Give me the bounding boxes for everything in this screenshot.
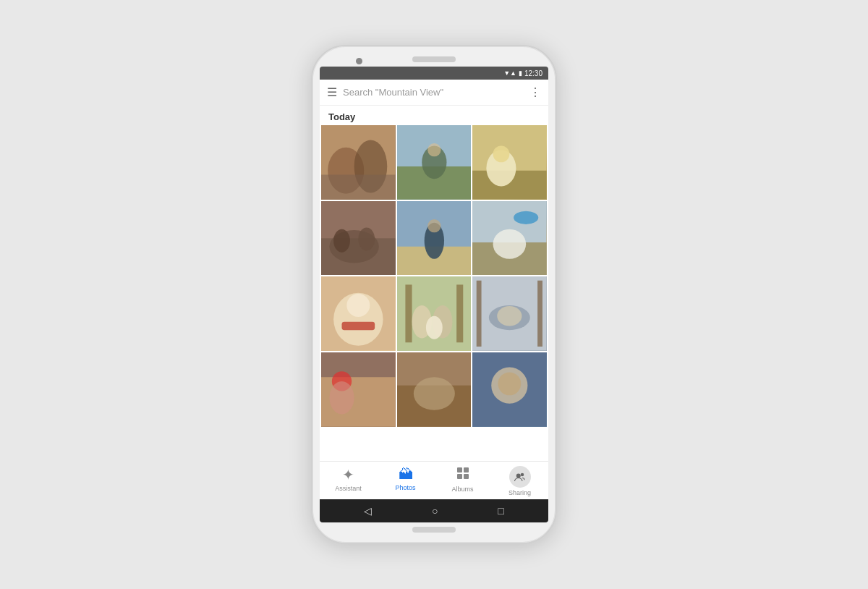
home-button[interactable]: ○: [432, 505, 438, 517]
svg-rect-25: [321, 276, 396, 351]
photo-item[interactable]: [321, 276, 396, 351]
photos-area[interactable]: Today: [320, 106, 548, 461]
more-options-icon[interactable]: ⋮: [529, 85, 541, 99]
svg-point-33: [412, 305, 431, 339]
signal-icon: ▼▲: [503, 69, 516, 77]
photo-item[interactable]: [472, 352, 547, 427]
svg-point-10: [487, 150, 516, 186]
photo-svg: [321, 125, 396, 200]
svg-point-23: [493, 229, 527, 258]
phone-bottom-bar: [412, 527, 456, 533]
speaker: [412, 56, 456, 62]
nav-item-photos[interactable]: 🏔 Photos: [377, 466, 434, 496]
svg-rect-28: [342, 322, 375, 330]
photo-item[interactable]: [472, 201, 547, 276]
svg-point-19: [424, 222, 443, 258]
svg-rect-37: [477, 281, 482, 347]
photo-svg: [321, 276, 396, 351]
photo-item[interactable]: [397, 276, 472, 351]
svg-rect-48: [472, 352, 547, 427]
assistant-icon: ✦: [342, 466, 354, 483]
svg-point-6: [422, 146, 446, 179]
svg-rect-52: [464, 467, 469, 473]
svg-point-56: [520, 473, 524, 477]
svg-point-43: [332, 371, 352, 391]
svg-rect-3: [321, 174, 396, 199]
photo-svg: [472, 276, 547, 351]
svg-rect-45: [397, 352, 472, 427]
nav-item-assistant[interactable]: ✦ Assistant: [320, 466, 377, 496]
svg-rect-46: [397, 386, 472, 427]
nav-item-albums[interactable]: Albums: [434, 466, 491, 496]
svg-point-26: [333, 293, 383, 346]
svg-rect-51: [457, 467, 462, 473]
battery-icon: ▮: [519, 69, 522, 77]
svg-rect-32: [456, 285, 463, 343]
nav-label-assistant: Assistant: [335, 485, 362, 492]
front-camera: [356, 58, 362, 64]
svg-point-55: [516, 474, 520, 478]
nav-label-photos: Photos: [395, 484, 415, 491]
photo-item[interactable]: [472, 125, 547, 200]
svg-point-1: [328, 148, 364, 194]
svg-rect-21: [472, 201, 547, 276]
svg-point-27: [346, 294, 370, 317]
svg-rect-8: [472, 125, 547, 200]
section-title-today: Today: [320, 106, 548, 125]
photo-svg: [397, 352, 472, 427]
svg-point-20: [427, 219, 441, 232]
photo-item[interactable]: [321, 352, 396, 427]
nav-label-albums: Albums: [451, 486, 473, 493]
photo-svg: [472, 352, 547, 427]
svg-point-44: [329, 381, 354, 415]
bottom-navigation: ✦ Assistant 🏔 Photos Albums: [320, 461, 548, 499]
phone-frame: ▼▲ ▮ 12:30 ☰ Search "Mountain View" ⋮ To…: [311, 45, 557, 544]
photo-item[interactable]: [321, 125, 396, 200]
status-bar: ▼▲ ▮ 12:30: [320, 67, 548, 80]
phone-screen: ▼▲ ▮ 12:30 ☰ Search "Mountain View" ⋮ To…: [320, 67, 548, 522]
svg-rect-17: [397, 201, 472, 276]
svg-point-7: [427, 143, 441, 156]
svg-rect-22: [472, 242, 547, 276]
photo-item[interactable]: [397, 125, 472, 200]
svg-point-2: [354, 140, 388, 193]
back-button[interactable]: ◁: [364, 505, 372, 517]
svg-point-34: [433, 305, 452, 339]
svg-rect-30: [397, 276, 472, 351]
phone-top-bar: [320, 56, 548, 62]
albums-icon: [456, 466, 470, 484]
svg-rect-36: [472, 276, 547, 351]
svg-point-35: [426, 316, 443, 339]
svg-rect-0: [321, 125, 396, 200]
nav-item-sharing[interactable]: Sharing: [491, 466, 548, 496]
svg-rect-54: [464, 474, 469, 479]
svg-rect-18: [397, 246, 472, 275]
time-display: 12:30: [524, 69, 542, 77]
photo-item[interactable]: [397, 352, 472, 427]
svg-rect-9: [472, 171, 547, 200]
photo-item[interactable]: [472, 276, 547, 351]
photo-svg: [321, 201, 396, 276]
sharing-icon: [509, 466, 531, 488]
svg-point-24: [514, 211, 538, 224]
svg-rect-13: [321, 238, 396, 275]
photo-item[interactable]: [321, 201, 396, 276]
search-bar: ☰ Search "Mountain View" ⋮: [320, 80, 548, 106]
nav-label-sharing: Sharing: [509, 489, 531, 496]
svg-rect-53: [457, 474, 462, 479]
system-nav-bar: ◁ ○ □: [320, 499, 548, 522]
recents-button[interactable]: □: [498, 505, 503, 517]
photo-svg: [397, 276, 472, 351]
svg-rect-42: [321, 377, 396, 426]
hamburger-icon[interactable]: ☰: [327, 85, 337, 99]
photo-grid: [320, 125, 548, 428]
status-icons: ▼▲ ▮ 12:30: [503, 69, 542, 77]
photo-item[interactable]: [397, 201, 472, 276]
svg-rect-5: [397, 166, 472, 200]
photo-svg: [472, 201, 547, 276]
svg-rect-38: [537, 281, 542, 347]
photo-svg: [397, 125, 472, 200]
search-placeholder[interactable]: Search "Mountain View": [343, 87, 524, 98]
svg-rect-41: [321, 352, 396, 427]
svg-point-50: [498, 372, 522, 395]
